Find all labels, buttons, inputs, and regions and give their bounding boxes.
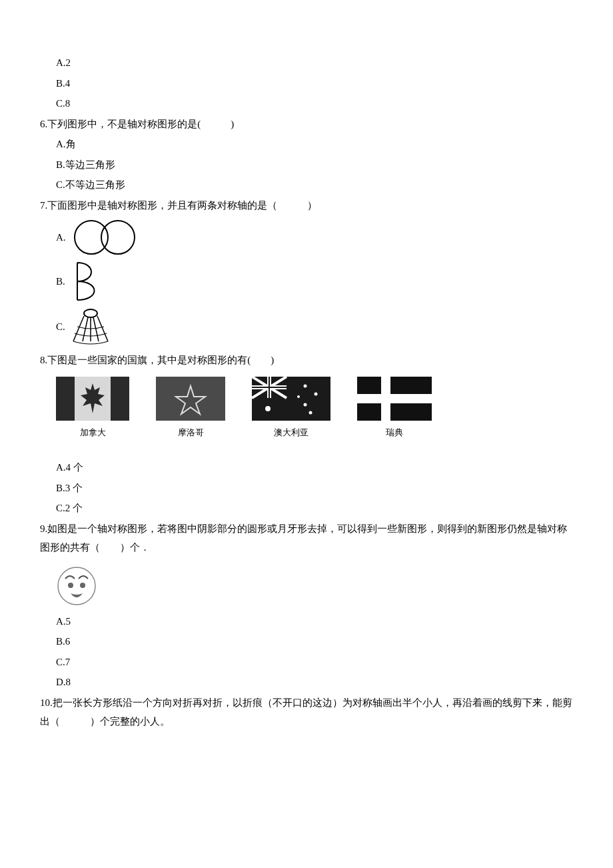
two-overlapping-circles-icon xyxy=(70,219,140,256)
q7-option-b-row: B. xyxy=(40,260,573,303)
q5-option-c: C.8 xyxy=(40,94,573,113)
svg-rect-16 xyxy=(390,377,432,394)
q8-option-c: C.2 个 xyxy=(40,499,573,518)
sweden-flag-icon xyxy=(357,377,432,421)
flag-canada-col: 加拿大 xyxy=(56,377,129,441)
svg-point-19 xyxy=(58,567,95,605)
svg-point-21 xyxy=(80,583,85,588)
q9-option-b: B.6 xyxy=(40,632,573,651)
flag-canada-caption: 加拿大 xyxy=(80,425,106,441)
q10-stem: 10.把一张长方形纸沿一个方向对折再对折，以折痕（不开口的这边）为对称轴画出半个… xyxy=(40,693,573,731)
smiley-face-icon xyxy=(56,565,97,607)
q6-option-b: B.等边三角形 xyxy=(40,155,573,175)
svg-point-8 xyxy=(265,406,271,411)
q9-option-d: D.8 xyxy=(40,673,573,692)
badminton-shuttlecock-icon xyxy=(69,307,112,347)
q5-option-b: B.4 xyxy=(40,74,573,93)
letter-b-shape-icon xyxy=(69,260,109,303)
q8-flags-row: 加拿大 摩洛哥 澳大利亚 xyxy=(40,377,573,441)
q9-option-a: A.5 xyxy=(40,612,573,631)
svg-point-1 xyxy=(101,221,135,254)
q6-option-a: A.角 xyxy=(40,135,573,154)
svg-point-2 xyxy=(84,309,97,317)
svg-rect-18 xyxy=(390,403,432,421)
australia-flag-icon xyxy=(252,377,330,421)
morocco-flag-icon xyxy=(156,377,225,421)
flag-morocco-col: 摩洛哥 xyxy=(156,377,225,441)
q7-stem: 7.下面图形中是轴对称图形，并且有两条对称轴的是（ ） xyxy=(40,196,573,215)
q8-option-b: B.3 个 xyxy=(40,479,573,498)
q9-option-c: C.7 xyxy=(40,653,573,672)
q8-option-a: A.4 个 xyxy=(40,458,573,477)
flag-sweden-caption: 瑞典 xyxy=(386,425,403,441)
q9-figure xyxy=(40,565,573,607)
q7-option-b-label: B. xyxy=(56,272,65,291)
q6-stem: 6.下列图形中，不是轴对称图形的是( ) xyxy=(40,115,573,134)
flag-australia-caption: 澳大利亚 xyxy=(274,425,308,441)
svg-point-12 xyxy=(297,395,300,398)
q5-option-a: A.2 xyxy=(40,53,573,73)
q7-option-a-row: A. xyxy=(40,219,573,256)
q7-option-c-label: C. xyxy=(56,317,65,337)
svg-point-11 xyxy=(304,403,307,406)
flag-morocco-caption: 摩洛哥 xyxy=(178,425,204,441)
q6-option-c: C.不等边三角形 xyxy=(40,175,573,195)
svg-rect-5 xyxy=(156,377,225,421)
svg-point-0 xyxy=(75,221,108,254)
flag-australia-col: 澳大利亚 xyxy=(252,377,330,441)
svg-point-13 xyxy=(309,411,312,414)
svg-point-10 xyxy=(314,392,318,395)
svg-rect-17 xyxy=(357,403,381,421)
q8-stem: 8.下图是一些国家的国旗，其中是对称图形的有( ) xyxy=(40,351,573,370)
q9-stem: 9.如图是一个轴对称图形，若将图中阴影部分的圆形或月牙形去掉，可以得到一些新图形… xyxy=(40,519,573,557)
q7-option-a-label: A. xyxy=(56,228,66,247)
q7-option-c-row: C. xyxy=(40,307,573,347)
flag-sweden-col: 瑞典 xyxy=(357,377,432,441)
svg-point-9 xyxy=(304,384,307,387)
svg-point-20 xyxy=(68,583,73,588)
canada-flag-icon xyxy=(56,377,129,421)
svg-rect-15 xyxy=(357,377,381,394)
